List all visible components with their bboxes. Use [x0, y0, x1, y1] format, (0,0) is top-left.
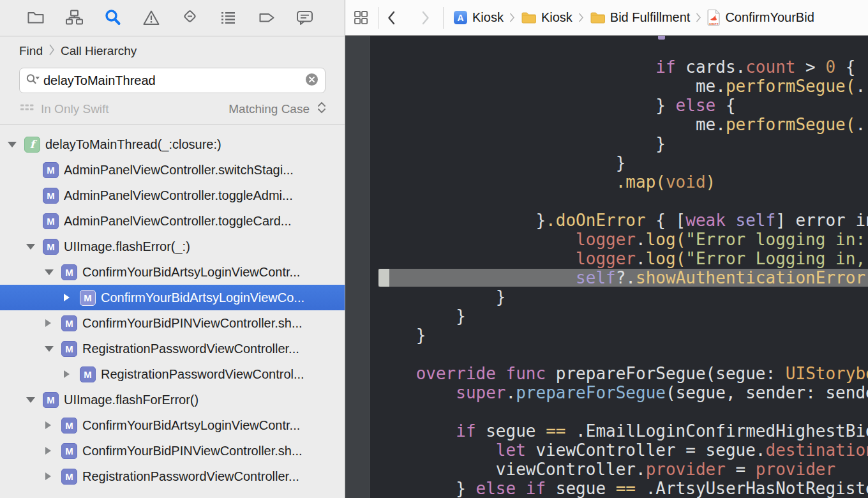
- disclosure-triangle-icon[interactable]: [62, 294, 73, 301]
- breadcrumb-section[interactable]: Find: [19, 44, 43, 58]
- tree-row[interactable]: MConfirmYourBidPINViewController.sh...: [0, 438, 345, 464]
- tree-item-label: ConfirmYourBidPINViewController.sh...: [82, 316, 303, 331]
- code-line[interactable]: logger.log("Error Logging in,: [376, 249, 868, 268]
- search-magnifier-dropdown-icon[interactable]: [26, 73, 40, 88]
- method-badge-icon: M: [43, 392, 59, 408]
- tree-item-label: RegistrationPasswordViewControl...: [101, 367, 304, 382]
- tree-row[interactable]: MUIImage.flashForError(): [0, 387, 345, 412]
- tree-item-label: AdminPanelViewController.switchStagi...: [64, 163, 294, 177]
- tree-row[interactable]: MAdminPanelViewController.toggleAdmi...: [0, 183, 345, 208]
- jumpbar-item[interactable]: Bid Fulfillment: [590, 10, 691, 25]
- find-navigator-panel: Find Call Hierarchy: [0, 0, 345, 498]
- related-items-icon[interactable]: [352, 9, 370, 26]
- code-line-found-instance[interactable]: self?.showAuthenticationError(): [376, 268, 868, 287]
- tree-row[interactable]: MConfirmYourBidArtsyLoginViewContr...: [0, 259, 345, 285]
- find-navigator-icon[interactable]: [103, 8, 123, 28]
- tree-row[interactable]: MAdminPanelViewController.toggleCard...: [0, 208, 345, 234]
- disclosure-triangle-icon[interactable]: [43, 346, 54, 352]
- disclosure-triangle-icon[interactable]: [25, 397, 36, 403]
- xcode-window: Find Call Hierarchy: [0, 0, 868, 498]
- tree-item-label: UIImage.flashError(_:): [64, 239, 190, 254]
- method-badge-icon: M: [61, 315, 77, 331]
- tree-row[interactable]: MRegistrationPasswordViewController...: [0, 464, 345, 489]
- matching-case-stepper-icon[interactable]: [317, 100, 327, 118]
- disclosure-triangle-icon[interactable]: [43, 269, 54, 275]
- jumpbar-item[interactable]: SWIFTConfirmYourBid: [707, 9, 814, 26]
- search-input[interactable]: [43, 73, 302, 88]
- search-field[interactable]: [19, 68, 326, 93]
- tree-item-label: ConfirmYourBidArtsyLoginViewContr...: [82, 265, 300, 280]
- code-line[interactable]: } else if segue == .ArtsyUserHasNotRegis…: [376, 479, 868, 498]
- code-line[interactable]: }: [376, 134, 868, 153]
- jumpbar-item[interactable]: Kiosk: [521, 10, 572, 25]
- disclosure-triangle-icon[interactable]: [43, 319, 54, 327]
- code-line[interactable]: [376, 192, 868, 211]
- test-navigator-icon[interactable]: [179, 8, 200, 28]
- tree-row[interactable]: MConfirmYourBidArtsyLoginViewContr...: [0, 412, 345, 438]
- code-line[interactable]: }: [376, 287, 868, 306]
- tree-item-label: ConfirmYourBidArtsyLoginViewCo...: [101, 290, 304, 305]
- code-line[interactable]: if segue == .EmailLoginConfirmedHighestB…: [376, 421, 868, 441]
- tree-item-label: ConfirmYourBidArtsyLoginViewContr...: [82, 418, 300, 433]
- tree-item-label: RegistrationPasswordViewController...: [82, 469, 299, 484]
- code-line[interactable]: } else {: [376, 96, 868, 115]
- tree-row[interactable]: MUIImage.flashError(_:): [0, 234, 345, 259]
- code-line[interactable]: }: [376, 326, 868, 345]
- code-line[interactable]: }: [376, 153, 868, 172]
- disclosure-triangle-icon[interactable]: [43, 421, 54, 429]
- method-badge-icon: M: [61, 418, 77, 434]
- clear-search-icon[interactable]: [305, 73, 318, 89]
- method-badge-icon: M: [43, 162, 59, 178]
- disclosure-triangle-icon[interactable]: [62, 370, 73, 378]
- code-line[interactable]: }.doOnError { [weak self] error in: [376, 211, 868, 230]
- breadcrumb-chevron-icon: [49, 43, 55, 60]
- disclosure-triangle-icon[interactable]: [43, 472, 54, 480]
- breakpoint-navigator-icon[interactable]: [257, 8, 277, 28]
- code-line[interactable]: super.prepareForSegue(segue, sender: sen…: [376, 383, 868, 402]
- disclosure-triangle-icon[interactable]: [6, 142, 17, 147]
- disclosure-triangle-icon[interactable]: [43, 447, 54, 455]
- disclosure-triangle-icon[interactable]: [25, 244, 36, 250]
- code-line[interactable]: logger.log("Error logging in:: [376, 230, 868, 249]
- code-line[interactable]: if cards.count > 0 {: [376, 57, 868, 77]
- tree-item-label: delayToMainThread(_:closure:): [45, 137, 221, 152]
- scope-filter-label[interactable]: In Only Swift: [41, 102, 109, 116]
- code-line[interactable]: [376, 345, 868, 364]
- matching-case-label[interactable]: Matching Case: [228, 102, 310, 116]
- project-navigator-icon[interactable]: [26, 8, 46, 28]
- tree-row[interactable]: MRegistrationPasswordViewController...: [0, 336, 345, 361]
- jumpbar-divider: [378, 7, 378, 29]
- issue-navigator-icon[interactable]: [141, 8, 161, 28]
- go-forward-icon[interactable]: [417, 9, 433, 27]
- tree-row[interactable]: fdelayToMainThread(_:closure:): [0, 132, 345, 157]
- symbol-navigator-icon[interactable]: [64, 8, 84, 28]
- method-badge-icon: M: [80, 290, 96, 306]
- tree-row[interactable]: MConfirmYourBidPINViewController.sh...: [0, 310, 345, 336]
- jumpbar-item-label: ConfirmYourBid: [725, 10, 814, 25]
- jumpbar-item[interactable]: AKiosk: [453, 10, 504, 25]
- svg-text:SWIFT: SWIFT: [709, 22, 719, 26]
- svg-text:A: A: [457, 13, 463, 23]
- debug-navigator-icon[interactable]: [218, 8, 238, 28]
- tree-row[interactable]: MAdminPanelViewController.switchStagi...: [0, 157, 345, 183]
- code-line[interactable]: .map(void): [376, 172, 868, 192]
- code-line[interactable]: }: [376, 306, 868, 326]
- search-filter-bar: In Only Swift Matching Case: [0, 93, 345, 125]
- code-line[interactable]: me.performSegue(.: [376, 115, 868, 134]
- tree-row[interactable]: MRegistrationPasswordViewControl...: [0, 361, 345, 387]
- tree-row[interactable]: MConfirmYourBidArtsyLoginViewCo...: [0, 285, 345, 310]
- method-badge-icon: M: [61, 341, 77, 357]
- code-line[interactable]: [376, 38, 868, 57]
- report-navigator-icon[interactable]: [295, 8, 315, 28]
- editor-pane: AKioskKioskBid FulfillmentSWIFTConfirmYo…: [345, 0, 868, 498]
- code-line[interactable]: let viewController = segue.destinationVi…: [376, 441, 868, 460]
- code-line[interactable]: override func prepareForSegue(segue: UIS…: [376, 364, 868, 383]
- jumpbar-item-label: Kiosk: [541, 10, 572, 25]
- source-code-area[interactable]: if cards.count > 0 { me.performSegue(. }…: [370, 36, 868, 498]
- code-line[interactable]: viewController.provider = provider: [376, 460, 868, 479]
- code-line[interactable]: [376, 402, 868, 421]
- go-back-icon[interactable]: [384, 9, 400, 27]
- code-line[interactable]: me.performSegue(.: [376, 77, 868, 96]
- jump-bar: AKioskKioskBid FulfillmentSWIFTConfirmYo…: [345, 0, 868, 36]
- breakpoint-gutter[interactable]: [345, 36, 370, 498]
